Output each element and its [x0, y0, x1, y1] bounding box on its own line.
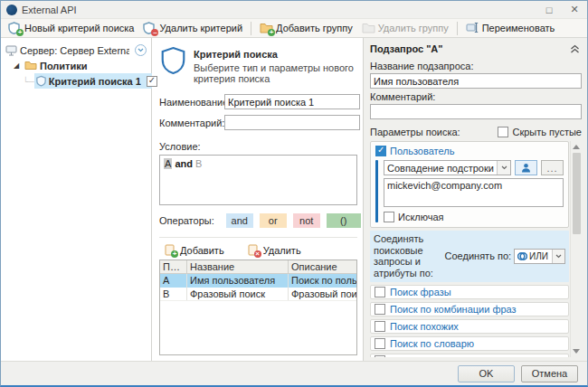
- column-header-id[interactable]: Под...: [160, 260, 187, 273]
- search-type-item[interactable]: Нераспознанные документы: [370, 354, 569, 357]
- close-button[interactable]: ✕: [562, 1, 587, 18]
- operator-or-button[interactable]: or: [260, 213, 287, 228]
- chevron-down-icon[interactable]: [497, 161, 510, 175]
- criterion-checkbox[interactable]: [147, 76, 157, 87]
- dialog-footer: OK Отмена: [1, 361, 587, 385]
- folder-add-icon: +: [260, 22, 273, 34]
- chevron-down-icon[interactable]: [552, 250, 564, 263]
- user-param-checkbox[interactable]: [375, 146, 386, 156]
- tree-node-server[interactable]: Сервер: Сервер External API 1: [1, 42, 151, 58]
- ok-button[interactable]: OK: [458, 365, 515, 382]
- tree-selection[interactable]: Критерий поиска 1: [34, 73, 161, 89]
- user-param-label[interactable]: Пользователь: [390, 146, 454, 156]
- tree-node-label: Политики: [40, 61, 88, 71]
- operator-and-button[interactable]: and: [226, 213, 253, 228]
- toolbar-separator: [251, 22, 251, 35]
- exclude-toggle[interactable]: Исключая: [384, 212, 564, 222]
- column-header-name[interactable]: Название: [187, 260, 289, 273]
- condition-token-operator[interactable]: and: [175, 158, 195, 169]
- table-row[interactable]: B Фразовый поиск Фразовый поиск: договор: [160, 288, 356, 301]
- person-icon: [521, 163, 531, 173]
- subquery-actions: + Добавить × Удалить: [159, 242, 357, 260]
- tree-expander-icon[interactable]: ◢: [14, 61, 22, 70]
- search-type-checkbox[interactable]: [375, 355, 385, 357]
- table-row[interactable]: A Имя пользователя Поиск по пользователя…: [160, 274, 356, 288]
- new-criterion-button[interactable]: + Новый критерий поиска: [4, 20, 138, 36]
- subquery-name-input[interactable]: [370, 73, 582, 89]
- remove-subquery-button[interactable]: × Удалить: [248, 244, 301, 256]
- folder-icon: [24, 61, 37, 71]
- scroll-up-arrow[interactable]: [573, 145, 580, 149]
- or-icon: [517, 251, 527, 261]
- params-label: Параметры поиска:: [370, 127, 460, 137]
- tree-connector: └─: [23, 77, 34, 86]
- toolbar-separator: [457, 22, 458, 35]
- collapse-chevron-icon[interactable]: [135, 44, 147, 56]
- main-content: Сервер: Сервер External API 1 ◢ Политики…: [1, 38, 587, 361]
- external-api-window: External API □ ✕ + Новый критерий поиска…: [0, 0, 588, 387]
- condition-label: Условие:: [159, 141, 357, 152]
- criterion-comment-input[interactable]: [224, 115, 360, 130]
- title-bar[interactable]: External API □ ✕: [1, 1, 587, 18]
- scrollbar-thumb[interactable]: [573, 153, 581, 234]
- criteria-tree: Сервер: Сервер External API 1 ◢ Политики…: [1, 38, 152, 361]
- name-label: Наименование:: [159, 97, 224, 108]
- add-subquery-button[interactable]: + Добавить: [165, 244, 224, 256]
- scroll-down-arrow[interactable]: [573, 349, 580, 354]
- search-type-item[interactable]: Поиск фразы: [370, 285, 569, 299]
- delete-criterion-button[interactable]: – Удалить критерий: [138, 20, 247, 36]
- column-header-description[interactable]: Описание: [289, 260, 356, 273]
- search-type-item[interactable]: Поиск по словарю: [370, 336, 569, 351]
- editor-header: Критерий поиска Выберите тип и параметры…: [159, 45, 357, 91]
- join-band: Соединять поисковые запросы и атрибуты п…: [370, 231, 569, 282]
- cancel-button[interactable]: Отмена: [521, 365, 578, 382]
- tree-node-policies[interactable]: ◢ Политики: [1, 58, 151, 73]
- pick-user-button[interactable]: [515, 160, 537, 175]
- search-type-checkbox[interactable]: [375, 321, 385, 332]
- search-type-item[interactable]: Поиск по комбинации фраз: [370, 302, 569, 316]
- table-empty-area: [160, 301, 356, 354]
- condition-editor[interactable]: A and B: [159, 155, 357, 205]
- operators-row: Операторы: and or not (): [159, 213, 357, 228]
- params-scroll-area: Пользователь Совпадение подстроки: [370, 141, 582, 357]
- search-type-checkbox[interactable]: [375, 338, 385, 349]
- condition-token-b[interactable]: B: [195, 158, 202, 169]
- subquery-name-label: Название подзапроса:: [370, 61, 582, 71]
- join-by-label: Соединять по:: [445, 250, 512, 261]
- tree-node-criterion[interactable]: └─ Критерий поиска 1: [1, 73, 151, 89]
- user-param-card: Пользователь Совпадение подстроки: [370, 141, 569, 228]
- subquery-comment-input[interactable]: [370, 104, 582, 119]
- maximize-button[interactable]: □: [536, 1, 562, 18]
- operator-parens-button[interactable]: (): [327, 213, 361, 228]
- add-group-button[interactable]: + Добавить группу: [255, 20, 357, 36]
- search-type-item[interactable]: Поиск похожих: [370, 319, 569, 334]
- vertical-scrollbar[interactable]: [570, 141, 582, 357]
- delete-group-button[interactable]: Удалить группу: [357, 20, 453, 36]
- operator-not-button[interactable]: not: [293, 213, 320, 228]
- tree-node-label: Сервер: Сервер External API 1: [20, 45, 129, 56]
- subquery-panel: Подзапрос "А" Название подзапроса: Комме…: [364, 38, 587, 361]
- search-type-checkbox[interactable]: [375, 304, 385, 315]
- more-options-button[interactable]: ...: [541, 160, 564, 175]
- hide-empty-toggle[interactable]: Скрыть пустые: [498, 127, 582, 137]
- user-value-input[interactable]: mickevich@company.com: [384, 178, 564, 207]
- active-param-bar: [375, 160, 378, 222]
- condition-token-a[interactable]: A: [164, 158, 172, 169]
- remove-icon: ×: [248, 244, 260, 256]
- criterion-shield-icon: [161, 47, 185, 74]
- subqueries-table: Под... Название Описание A Имя пользоват…: [159, 260, 357, 355]
- toolbar: + Новый критерий поиска – Удалить критер…: [1, 18, 587, 38]
- hide-empty-checkbox[interactable]: [498, 127, 508, 137]
- server-icon: [5, 45, 17, 56]
- editor-title: Критерий поиска: [194, 47, 357, 60]
- exclude-checkbox[interactable]: [384, 212, 394, 222]
- criterion-name-input[interactable]: [224, 94, 360, 109]
- match-mode-select[interactable]: Совпадение подстроки: [384, 160, 511, 175]
- shield-add-icon: +: [8, 22, 22, 34]
- rename-icon: [466, 22, 479, 34]
- join-band-label: Соединять поисковые запросы и атрибуты п…: [374, 233, 441, 279]
- join-mode-select[interactable]: ИЛИ: [514, 249, 565, 264]
- search-type-checkbox[interactable]: [375, 287, 385, 297]
- collapse-panel-icon[interactable]: [570, 44, 580, 53]
- rename-button[interactable]: Переименовать: [461, 20, 560, 36]
